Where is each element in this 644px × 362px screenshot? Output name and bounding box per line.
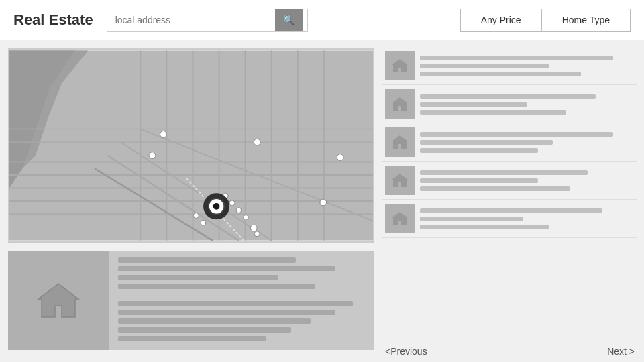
listing-thumb-3	[385, 127, 415, 157]
svg-marker-39	[38, 284, 78, 317]
detail-bottom-block	[118, 301, 365, 341]
house-icon-1	[390, 58, 409, 74]
svg-point-32	[229, 200, 235, 206]
listing-line-1c	[420, 72, 581, 76]
listing-lines-4	[420, 170, 635, 191]
detail-line-9	[118, 336, 266, 341]
app-title: Real Estate	[13, 11, 93, 29]
listing-line-4b	[420, 178, 538, 183]
detail-line-3	[118, 275, 278, 280]
detail-text	[109, 251, 374, 350]
listing-lines-5	[420, 208, 635, 229]
listing-line-4a	[420, 170, 588, 175]
svg-point-25	[254, 139, 260, 145]
detail-top-block	[118, 257, 365, 289]
listing-item[interactable]	[382, 123, 637, 162]
listing-line-4c	[420, 186, 570, 191]
listing-item[interactable]	[382, 162, 637, 200]
detail-line-8	[118, 327, 291, 333]
pagination: <Previous Next >	[382, 341, 637, 362]
svg-marker-43	[392, 174, 408, 187]
listing-line-5a	[420, 208, 602, 213]
listing-line-3a	[420, 132, 613, 137]
listing-list	[382, 47, 637, 341]
listing-line-3b	[420, 140, 553, 145]
any-price-button[interactable]: Any Price	[460, 9, 541, 32]
detail-line-2	[118, 266, 335, 272]
house-icon-4	[390, 172, 409, 188]
house-icon-5	[390, 210, 409, 227]
svg-point-34	[193, 213, 199, 219]
listing-thumb-2	[385, 89, 415, 119]
listing-item[interactable]	[382, 200, 637, 238]
svg-point-29	[254, 231, 260, 237]
svg-marker-42	[392, 135, 408, 149]
svg-point-31	[236, 208, 241, 213]
listing-line-5c	[420, 225, 549, 229]
detail-line-4	[118, 284, 315, 289]
main-content: <Previous Next >	[0, 40, 644, 362]
house-icon-large	[35, 280, 82, 320]
detail-image	[8, 251, 109, 350]
left-panel	[0, 40, 382, 362]
svg-point-24	[149, 152, 156, 159]
previous-button[interactable]: <Previous	[385, 346, 427, 357]
house-icon-3	[390, 134, 409, 150]
svg-point-35	[201, 220, 206, 225]
listing-line-2b	[420, 102, 527, 107]
svg-point-30	[244, 215, 249, 221]
listing-line-3c	[420, 148, 538, 153]
listing-lines-3	[420, 132, 635, 153]
search-bar: 🔍	[107, 9, 308, 32]
listing-line-1a	[420, 56, 613, 60]
filter-buttons: Any Price Home Type	[460, 9, 631, 32]
detail-card	[8, 251, 374, 350]
right-panel: <Previous Next >	[382, 40, 644, 362]
house-icon-2	[390, 96, 409, 112]
listing-item[interactable]	[382, 47, 637, 85]
map-svg	[9, 50, 373, 241]
svg-marker-40	[392, 59, 408, 72]
detail-line-1	[118, 257, 296, 263]
listing-thumb-4	[385, 166, 415, 195]
detail-line-6	[118, 310, 335, 315]
svg-marker-44	[392, 212, 408, 225]
listing-line-2c	[420, 110, 566, 115]
header: Real Estate 🔍 Any Price Home Type	[0, 0, 644, 40]
detail-line-7	[118, 318, 311, 324]
svg-marker-41	[392, 97, 408, 111]
listing-line-1b	[420, 64, 549, 68]
listing-line-2a	[420, 94, 596, 99]
search-button[interactable]: 🔍	[275, 9, 303, 31]
svg-point-23	[160, 131, 167, 138]
map-container[interactable]	[8, 48, 374, 243]
listing-lines-1	[420, 56, 635, 76]
listing-line-5b	[420, 217, 523, 221]
next-button[interactable]: Next >	[607, 346, 635, 357]
home-type-button[interactable]: Home Type	[541, 9, 631, 32]
svg-point-27	[320, 199, 327, 206]
svg-point-28	[250, 225, 257, 231]
svg-point-26	[337, 154, 343, 161]
detail-line-5	[118, 301, 353, 306]
listing-thumb-1	[385, 51, 415, 80]
svg-point-38	[213, 203, 220, 210]
listing-item[interactable]	[382, 85, 637, 123]
listing-lines-2	[420, 94, 635, 115]
listing-thumb-5	[385, 204, 415, 233]
search-input[interactable]	[107, 9, 275, 31]
